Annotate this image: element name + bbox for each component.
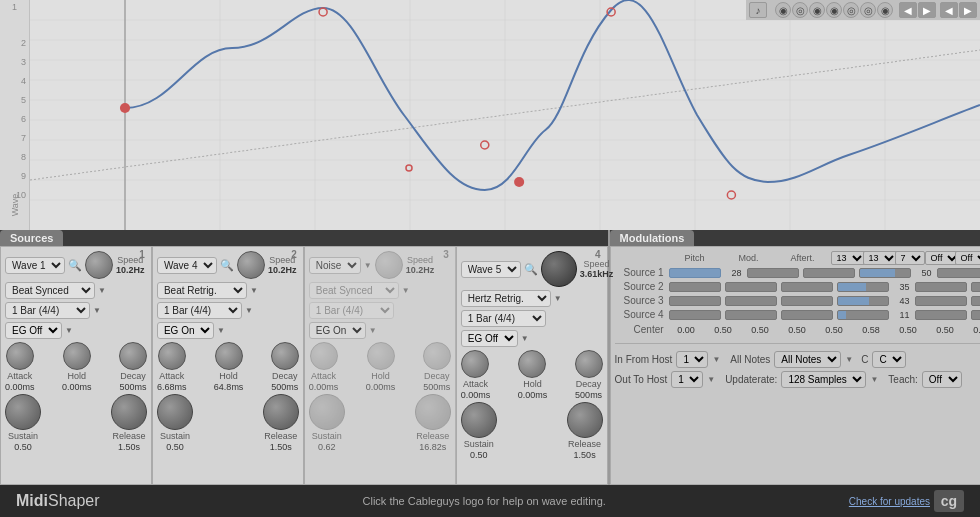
beat-select-1[interactable]: Beat Synced bbox=[5, 282, 95, 299]
source-knob-2[interactable] bbox=[237, 251, 265, 279]
beat-dropdown-arrow-3[interactable]: ▼ bbox=[402, 286, 410, 295]
mod-select-13a[interactable]: 13 bbox=[831, 251, 866, 265]
wave-select-4[interactable]: Wave 5 bbox=[461, 261, 521, 278]
mod-slider-13b-1[interactable] bbox=[937, 268, 980, 278]
attack-knob-1[interactable] bbox=[6, 342, 34, 370]
mod-slider-pitch-1[interactable]: 28 bbox=[669, 268, 721, 278]
release-knob-2[interactable] bbox=[263, 394, 299, 430]
nav-prev-btn[interactable]: ◀ bbox=[940, 2, 958, 18]
waveform-area[interactable]: ♪ ◉ ◎ ◉ ◉ ◎ ◎ ◉ ◀ ▶ ◀ ▶ bbox=[30, 0, 980, 230]
source-knob-1[interactable] bbox=[85, 251, 113, 279]
mod-slider-pitch-4[interactable] bbox=[669, 310, 721, 320]
check-for-updates-link[interactable]: Check for updates bbox=[849, 496, 930, 507]
mod-select-7[interactable]: 7 bbox=[895, 251, 925, 265]
decay-knob-4[interactable] bbox=[575, 350, 603, 378]
beat-select-4[interactable]: Hertz Retrig. bbox=[461, 290, 551, 307]
eg-dropdown-arrow-1[interactable]: ▼ bbox=[65, 326, 73, 335]
mod-slider-mod-3[interactable] bbox=[725, 296, 777, 306]
bar-dropdown-arrow-1[interactable]: ▼ bbox=[93, 306, 101, 315]
wave-select-3[interactable]: Noise bbox=[309, 257, 361, 274]
noise-dropdown-3[interactable]: ▼ bbox=[364, 261, 372, 270]
cableguys-logo[interactable]: cg bbox=[934, 490, 964, 512]
eg-dropdown-arrow-2[interactable]: ▼ bbox=[217, 326, 225, 335]
out-to-host-select[interactable]: 1 bbox=[671, 371, 703, 388]
source-knob-3[interactable] bbox=[375, 251, 403, 279]
bar-select-1[interactable]: 1 Bar (4/4) bbox=[5, 302, 90, 319]
search-icon-2[interactable]: 🔍 bbox=[220, 258, 234, 272]
mod-select-13b[interactable]: 13 bbox=[863, 251, 898, 265]
hold-knob-1[interactable] bbox=[63, 342, 91, 370]
circle-btn-3[interactable]: ◉ bbox=[809, 2, 825, 18]
bar-select-2[interactable]: 1 Bar (4/4) bbox=[157, 302, 242, 319]
eg-select-4[interactable]: EG Off bbox=[461, 330, 518, 347]
sustain-knob-3[interactable] bbox=[309, 394, 345, 430]
sustain-knob-1[interactable] bbox=[5, 394, 41, 430]
mod-select-off2[interactable]: Off bbox=[955, 251, 980, 265]
out-to-host-arrow[interactable]: ▼ bbox=[707, 375, 715, 384]
bar-select-4[interactable]: 1 Bar (4/4) bbox=[461, 310, 546, 327]
in-from-host-arrow[interactable]: ▼ bbox=[712, 355, 720, 364]
decay-knob-3[interactable] bbox=[423, 342, 451, 370]
mod-slider-7-4[interactable] bbox=[971, 310, 980, 320]
circle-btn-6[interactable]: ◎ bbox=[860, 2, 876, 18]
decay-knob-1[interactable] bbox=[119, 342, 147, 370]
mod-slider-13a-1[interactable]: 50 bbox=[859, 268, 911, 278]
nav-right-btn[interactable]: ▶ bbox=[918, 2, 936, 18]
eg-select-1[interactable]: EG Off bbox=[5, 322, 62, 339]
hold-knob-4[interactable] bbox=[518, 350, 546, 378]
mod-slider-after-4[interactable] bbox=[781, 310, 833, 320]
mod-slider-mod-4[interactable] bbox=[725, 310, 777, 320]
mod-slider-mod-1[interactable] bbox=[747, 268, 799, 278]
eg-dropdown-arrow-4[interactable]: ▼ bbox=[521, 334, 529, 343]
circle-btn-5[interactable]: ◎ bbox=[843, 2, 859, 18]
attack-knob-3[interactable] bbox=[310, 342, 338, 370]
mod-slider-after-3[interactable] bbox=[781, 296, 833, 306]
bar-select-3[interactable]: 1 Bar (4/4) bbox=[309, 302, 394, 319]
mod-slider-13a-4[interactable]: 11 bbox=[837, 310, 889, 320]
circle-btn-4[interactable]: ◉ bbox=[826, 2, 842, 18]
mod-slider-mod-2[interactable] bbox=[725, 282, 777, 292]
wave-select-2[interactable]: Wave 4 bbox=[157, 257, 217, 274]
circle-btn-7[interactable]: ◉ bbox=[877, 2, 893, 18]
nav-left-btn[interactable]: ◀ bbox=[899, 2, 917, 18]
search-icon-1[interactable]: 🔍 bbox=[68, 258, 82, 272]
release-knob-3[interactable] bbox=[415, 394, 451, 430]
mod-slider-pitch-3[interactable] bbox=[669, 296, 721, 306]
music-note-btn[interactable]: ♪ bbox=[749, 2, 767, 18]
updaterate-arrow[interactable]: ▼ bbox=[870, 375, 878, 384]
release-knob-4[interactable] bbox=[567, 402, 603, 438]
mod-slider-after-2[interactable] bbox=[781, 282, 833, 292]
mod-slider-7-2[interactable] bbox=[971, 282, 980, 292]
updaterate-select[interactable]: 128 Samples bbox=[781, 371, 866, 388]
attack-knob-2[interactable] bbox=[158, 342, 186, 370]
bar-dropdown-arrow-2[interactable]: ▼ bbox=[245, 306, 253, 315]
all-notes-select[interactable]: All Notes bbox=[774, 351, 841, 368]
mod-slider-13b-4[interactable] bbox=[915, 310, 967, 320]
mod-slider-pitch-2[interactable] bbox=[669, 282, 721, 292]
in-from-host-select[interactable]: 1 bbox=[676, 351, 708, 368]
eg-select-2[interactable]: EG On bbox=[157, 322, 214, 339]
decay-knob-2[interactable] bbox=[271, 342, 299, 370]
attack-knob-4[interactable] bbox=[461, 350, 489, 378]
note-select[interactable]: C bbox=[872, 351, 906, 368]
mod-slider-13b-3[interactable] bbox=[915, 296, 967, 306]
sustain-knob-4[interactable] bbox=[461, 402, 497, 438]
mod-slider-13a-3[interactable]: 43 bbox=[837, 296, 889, 306]
release-knob-1[interactable] bbox=[111, 394, 147, 430]
circle-btn-2[interactable]: ◎ bbox=[792, 2, 808, 18]
hold-knob-3[interactable] bbox=[367, 342, 395, 370]
beat-select-3[interactable]: Beat Synced bbox=[309, 282, 399, 299]
beat-dropdown-arrow-1[interactable]: ▼ bbox=[98, 286, 106, 295]
eg-dropdown-arrow-3[interactable]: ▼ bbox=[369, 326, 377, 335]
wave-select-1[interactable]: Wave 1 bbox=[5, 257, 65, 274]
mod-slider-13a-2[interactable]: 35 bbox=[837, 282, 889, 292]
sustain-knob-2[interactable] bbox=[157, 394, 193, 430]
teach-select[interactable]: Off bbox=[922, 371, 962, 388]
hold-knob-2[interactable] bbox=[215, 342, 243, 370]
beat-dropdown-arrow-2[interactable]: ▼ bbox=[250, 286, 258, 295]
mod-slider-7-3[interactable] bbox=[971, 296, 980, 306]
nav-next-btn[interactable]: ▶ bbox=[959, 2, 977, 18]
beat-select-2[interactable]: Beat Retrig. bbox=[157, 282, 247, 299]
source-knob-4[interactable] bbox=[541, 251, 577, 287]
all-notes-arrow[interactable]: ▼ bbox=[845, 355, 853, 364]
